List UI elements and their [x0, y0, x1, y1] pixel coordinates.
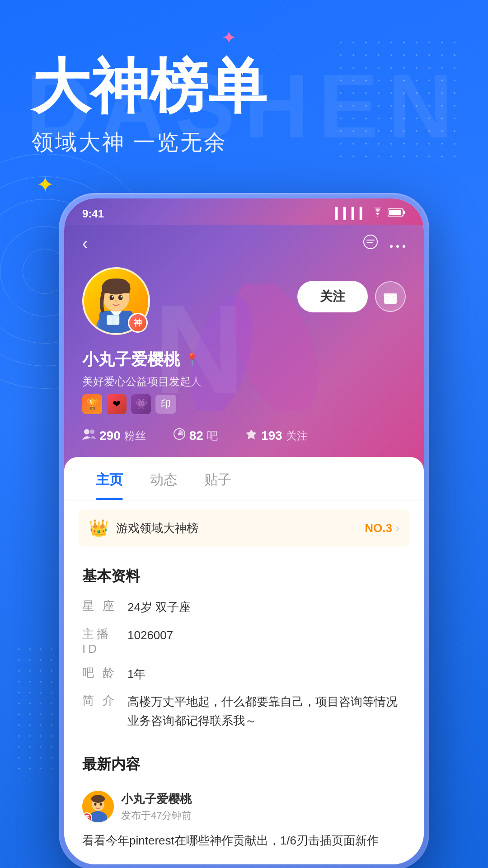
info-row-age: 吧 龄 1年: [64, 660, 424, 689]
svg-point-15: [109, 295, 114, 300]
fans-count: 290: [99, 429, 121, 443]
profile-bio: 美好爱心公益项目发起人: [82, 374, 406, 389]
star-pink-icon: ✦: [221, 27, 237, 48]
intro-value: 高楼万丈平地起，什么都要靠自己，项目咨询等情况业务咨询都记得联系我～: [127, 693, 406, 730]
star-yellow-icon: ✦: [36, 172, 54, 197]
bars-label: 吧: [207, 429, 218, 443]
star-value: 24岁 双子座: [127, 598, 406, 617]
crown-icon: 👑: [89, 519, 109, 538]
chat-icon[interactable]: [362, 234, 379, 254]
bars-count: 82: [189, 429, 203, 443]
fans-stat: 290 粉丝: [82, 428, 146, 443]
svg-point-18: [121, 296, 122, 297]
post-user-info: 小丸子爱樱桃 发布于47分钟前: [121, 791, 192, 822]
svg-point-9: [403, 245, 405, 248]
svg-point-17: [112, 296, 113, 297]
content-card: 主页 动态 贴子 👑 游戏领域大神榜 NO.3 ›: [64, 457, 424, 864]
following-icon: [245, 428, 258, 443]
stats-row: 290 粉丝 82 吧: [82, 428, 406, 443]
svg-rect-2: [389, 210, 401, 215]
profile-badges: 🏆 ❤ 👾 印: [82, 394, 406, 414]
nav-bar: ‹: [82, 234, 406, 254]
svg-point-32: [91, 795, 105, 803]
phone-screen: 9:41 ▎▎▎▎: [64, 198, 424, 864]
header-section: ✦ ✦ 大神榜单 领域大神 一览无余: [0, 0, 488, 157]
nav-right-icons: [362, 234, 406, 254]
rank-banner[interactable]: 👑 游戏领域大神榜 NO.3 ›: [78, 509, 410, 547]
page-title: 大神榜单: [32, 54, 456, 119]
more-icon[interactable]: [389, 236, 406, 252]
id-label: 主播ID: [82, 626, 127, 656]
tab-posts[interactable]: 贴子: [191, 457, 245, 500]
post-avatar-badge: 吧: [82, 812, 92, 822]
svg-point-7: [390, 245, 393, 248]
info-row-intro: 简 介 高楼万丈平地起，什么都要靠自己，项目咨询等情况业务咨询都记得联系我～: [64, 688, 424, 735]
location-pin-icon: 📍: [184, 352, 200, 367]
svg-point-28: [178, 433, 181, 435]
info-row-id: 主播ID 1026007: [64, 622, 424, 660]
badge-text: 印: [155, 395, 176, 414]
tab-activity[interactable]: 动态: [136, 457, 191, 500]
latest-content-title: 最新内容: [64, 744, 424, 782]
battery-icon: [388, 208, 406, 220]
age-label: 吧 龄: [82, 665, 127, 681]
app-screen: 9:41 ▎▎▎▎: [64, 198, 424, 864]
following-stat: 193 关注: [245, 428, 308, 443]
bars-icon: [173, 428, 186, 443]
profile-name: 小丸子爱樱桃 📍: [82, 349, 406, 371]
rank-left: 👑 游戏领域大神榜: [89, 519, 198, 538]
svg-rect-24: [384, 293, 397, 296]
bars-stat: 82 吧: [173, 428, 218, 443]
star-label: 星 座: [82, 598, 127, 614]
latest-content-section: 最新内容: [64, 735, 424, 864]
profile-content: 神 关注: [82, 267, 406, 344]
basic-info-title: 基本资料: [64, 556, 424, 594]
id-value: 1026007: [127, 626, 406, 645]
phone-mockup-container: 9:41 ▎▎▎▎: [59, 193, 429, 868]
status-time: 9:41: [82, 208, 104, 220]
back-button[interactable]: ‹: [82, 234, 88, 253]
svg-point-34: [100, 803, 102, 806]
tabs-row: 主页 动态 贴子: [64, 457, 424, 500]
svg-point-26: [90, 429, 94, 434]
avatar-badge: 神: [128, 313, 148, 333]
age-value: 1年: [127, 665, 406, 684]
follow-button[interactable]: 关注: [297, 281, 368, 312]
profile-actions: 关注: [297, 281, 406, 312]
badge-game: 👾: [131, 394, 151, 414]
badge-trophy: 🏆: [82, 394, 102, 414]
rank-title: 游戏领域大神榜: [116, 520, 198, 536]
wifi-icon: [371, 208, 384, 220]
phone-mockup: 9:41 ▎▎▎▎: [59, 193, 429, 868]
fans-icon: [82, 428, 96, 443]
svg-point-25: [84, 429, 89, 434]
post-header: 吧 小丸子爱樱桃 发布于47分钟前: [64, 782, 424, 827]
profile-left: 神: [82, 267, 150, 344]
post-avatar: 吧: [82, 791, 114, 822]
status-bar: 9:41 ▎▎▎▎: [64, 198, 424, 225]
badge-heart: ❤: [107, 394, 127, 414]
svg-point-8: [396, 245, 399, 248]
fans-label: 粉丝: [124, 429, 146, 443]
rank-right: NO.3 ›: [365, 521, 399, 535]
page-subtitle: 领域大神 一览无余: [32, 128, 456, 157]
svg-point-16: [118, 295, 123, 300]
following-count: 193: [261, 429, 282, 443]
info-row-star: 星 座 24岁 双子座: [64, 594, 424, 622]
following-label: 关注: [286, 429, 308, 443]
svg-point-33: [94, 803, 97, 806]
post-content-preview: 看看今年pinterest在哪些神作贡献出，1/6刃击插页面新作: [64, 827, 424, 864]
signal-icon: ▎▎▎▎: [335, 208, 368, 220]
rank-number: NO.3: [365, 521, 392, 535]
tab-homepage[interactable]: 主页: [82, 457, 136, 500]
post-username: 小丸子爱樱桃: [121, 791, 192, 807]
profile-header: N ‹: [64, 225, 424, 471]
rank-arrow-icon: ›: [396, 522, 399, 534]
status-icons: ▎▎▎▎: [335, 208, 406, 220]
intro-label: 简 介: [82, 693, 127, 708]
avatar-wrapper: 神: [82, 267, 150, 335]
gift-button[interactable]: [375, 281, 406, 312]
post-time: 发布于47分钟前: [121, 809, 192, 822]
svg-rect-1: [403, 211, 405, 214]
